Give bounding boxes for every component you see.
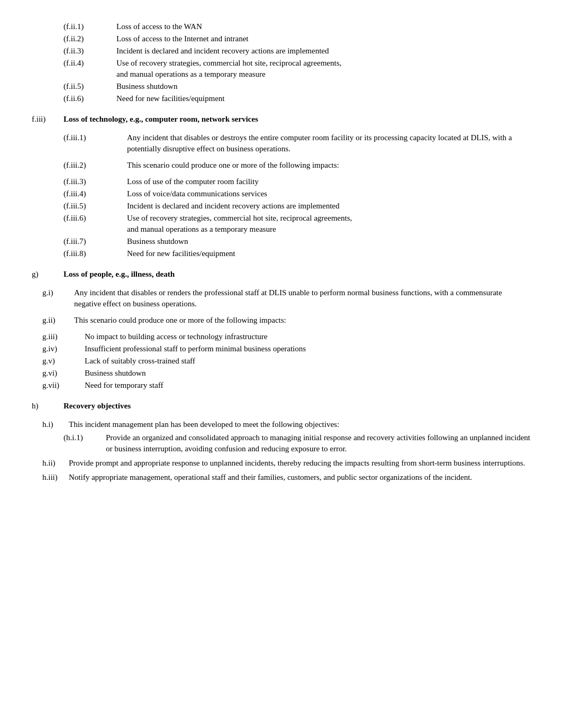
fiii-list: (f.iii.1) Any incident that disables or … <box>64 132 530 259</box>
h-hi-label: h.i) <box>42 419 69 430</box>
fii-item-3: (f.ii.3) Incident is declared and incide… <box>64 46 530 57</box>
g-item-v: g.v) Lack of suitably cross-trained staf… <box>42 356 530 367</box>
fii-label-6: (f.ii.6) <box>64 93 116 104</box>
h-hi1-label: (h.i.1) <box>64 432 106 454</box>
fii-label-2: (f.ii.2) <box>64 33 116 44</box>
h-hii-text: Provide prompt and appropriate response … <box>69 458 525 469</box>
h-hiii-label: h.iii) <box>42 472 69 483</box>
h-hi-row: h.i) This incident management plan has b… <box>42 419 530 430</box>
h-heading-label: h) <box>32 401 64 412</box>
fiii-label-4: (f.iii.4) <box>64 188 127 199</box>
g-gi-paragraph: g.i) Any incident that disables or rende… <box>42 287 530 310</box>
g-item-vii: g.vii) Need for temporary staff <box>42 380 530 391</box>
g-label-iv: g.iv) <box>42 343 85 354</box>
fiii-label-8: (f.iii.8) <box>64 248 127 259</box>
fii-list: (f.ii.1) Loss of access to the WAN (f.ii… <box>64 21 530 104</box>
fiii-label-7: (f.iii.7) <box>64 236 127 247</box>
g-heading-text: Loss of people, e.g., illness, death <box>64 269 530 280</box>
g-label-vii: g.vii) <box>42 380 85 391</box>
fiii-label-1: (f.iii.1) <box>64 132 127 154</box>
fiii-text-1: Any incident that disables or destroys t… <box>127 132 530 154</box>
h-hii-label: h.ii) <box>42 458 69 469</box>
g-heading-row: g) Loss of people, e.g., illness, death <box>32 269 530 280</box>
fii-label-5: (f.ii.5) <box>64 81 116 92</box>
fii-text-2: Loss of access to the Internet and intra… <box>116 33 530 44</box>
fiii-label-5: (f.iii.5) <box>64 201 127 212</box>
fiii-item-8: (f.iii.8) Need for new facilities/equipm… <box>64 248 530 259</box>
fii-item-5: (f.ii.5) Business shutdown <box>64 81 530 92</box>
g-items-list: g.iii) No impact to building access or t… <box>42 331 530 391</box>
h-hiii-row: h.iii) Notify appropriate management, op… <box>42 472 530 483</box>
h-heading-row: h) Recovery objectives <box>32 401 530 412</box>
fiii-text-7: Business shutdown <box>127 236 530 247</box>
fii-label-4: (f.ii.4) <box>64 58 116 80</box>
g-gii-paragraph: g.ii) This scenario could produce one or… <box>42 315 530 326</box>
h-heading-text: Recovery objectives <box>64 401 530 412</box>
fii-item-1: (f.ii.1) Loss of access to the WAN <box>64 21 530 32</box>
h-hi-text: This incident management plan has been d… <box>69 419 339 430</box>
fiii-label-3: (f.iii.3) <box>64 176 127 187</box>
h-hi1-row: (h.i.1) Provide an organized and consoli… <box>64 432 530 454</box>
g-text-vi: Business shutdown <box>85 368 530 379</box>
fii-text-4: Use of recovery strategies, commercial h… <box>116 58 530 80</box>
fiii-heading-row: f.iii) Loss of technology, e.g., compute… <box>32 114 530 125</box>
fiii-label-6: (f.iii.6) <box>64 213 127 235</box>
g-label-vi: g.vi) <box>42 368 85 379</box>
fiii-item-5: (f.iii.5) Incident is declared and incid… <box>64 201 530 212</box>
h-hii-row: h.ii) Provide prompt and appropriate res… <box>42 458 530 469</box>
g-label-v: g.v) <box>42 356 85 367</box>
g-item-iii: g.iii) No impact to building access or t… <box>42 331 530 342</box>
g-heading-label: g) <box>32 269 64 280</box>
fiii-text-8: Need for new facilities/equipment <box>127 248 530 259</box>
fii-label-3: (f.ii.3) <box>64 46 116 57</box>
g-item-iv: g.iv) Insufficient professional staff to… <box>42 343 530 354</box>
g-text-v: Lack of suitably cross-trained staff <box>85 356 530 367</box>
fii-text-3: Incident is declared and incident recove… <box>116 46 530 57</box>
fiii-text-2: This scenario could produce one or more … <box>127 160 530 171</box>
g-item-vi: g.vi) Business shutdown <box>42 368 530 379</box>
fii-item-4: (f.ii.4) Use of recovery strategies, com… <box>64 58 530 80</box>
fiii-item-7: (f.iii.7) Business shutdown <box>64 236 530 247</box>
fiii-item-3: (f.iii.3) Loss of use of the computer ro… <box>64 176 530 187</box>
g-label-iii: g.iii) <box>42 331 85 342</box>
fiii-label-2: (f.iii.2) <box>64 160 127 171</box>
h-hiii-text: Notify appropriate management, operation… <box>69 472 472 483</box>
g-text-iv: Insufficient professional staff to perfo… <box>85 343 530 354</box>
fii-text-6: Need for new facilities/equipment <box>116 93 530 104</box>
fii-label-1: (f.ii.1) <box>64 21 116 32</box>
fiii-item-2: (f.iii.2) This scenario could produce on… <box>64 160 530 171</box>
g-text-vii: Need for temporary staff <box>85 380 530 391</box>
page-content: (f.ii.1) Loss of access to the WAN (f.ii… <box>32 21 530 483</box>
fiii-text-5: Incident is declared and incident recove… <box>127 201 530 212</box>
g-gi-text: Any incident that disables or renders th… <box>74 287 530 310</box>
fiii-item-6: (f.iii.6) Use of recovery strategies, co… <box>64 213 530 235</box>
fii-item-2: (f.ii.2) Loss of access to the Internet … <box>64 33 530 44</box>
fiii-item-4: (f.iii.4) Loss of voice/data communicati… <box>64 188 530 199</box>
g-gii-label: g.ii) <box>42 315 74 326</box>
fiii-heading-label: f.iii) <box>32 114 64 125</box>
fiii-text-6: Use of recovery strategies, commercial h… <box>127 213 530 235</box>
fii-item-6: (f.ii.6) Need for new facilities/equipme… <box>64 93 530 104</box>
fiii-text-3: Loss of use of the computer room facilit… <box>127 176 530 187</box>
fiii-heading-text: Loss of technology, e.g., computer room,… <box>64 114 530 125</box>
g-gi-label: g.i) <box>42 287 74 310</box>
fiii-text-4: Loss of voice/data communications servic… <box>127 188 530 199</box>
fii-text-1: Loss of access to the WAN <box>116 21 530 32</box>
h-hi1-text: Provide an organized and consolidated ap… <box>106 432 530 454</box>
g-text-iii: No impact to building access or technolo… <box>85 331 530 342</box>
g-gii-text: This scenario could produce one or more … <box>74 315 286 326</box>
fii-text-5: Business shutdown <box>116 81 530 92</box>
fiii-item-1: (f.iii.1) Any incident that disables or … <box>64 132 530 154</box>
